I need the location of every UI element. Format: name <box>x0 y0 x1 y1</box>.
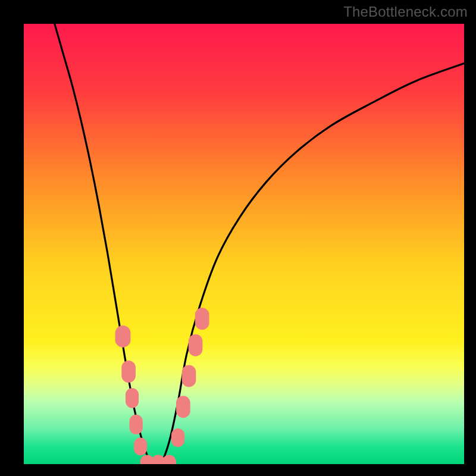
curve-layer <box>24 24 464 464</box>
data-marker <box>115 325 131 347</box>
data-marker <box>130 415 143 434</box>
chart-frame: TheBottleneck.com <box>0 0 476 476</box>
data-marker <box>126 388 139 408</box>
data-marker <box>182 365 196 387</box>
data-marker <box>171 428 184 447</box>
data-marker <box>121 361 136 383</box>
data-marker <box>176 396 190 418</box>
data-marker <box>134 438 147 456</box>
data-marker <box>189 334 203 356</box>
data-marker <box>195 308 209 330</box>
watermark-text: TheBottleneck.com <box>343 4 468 20</box>
bottleneck-curve <box>55 24 464 464</box>
plot-area <box>24 24 464 464</box>
